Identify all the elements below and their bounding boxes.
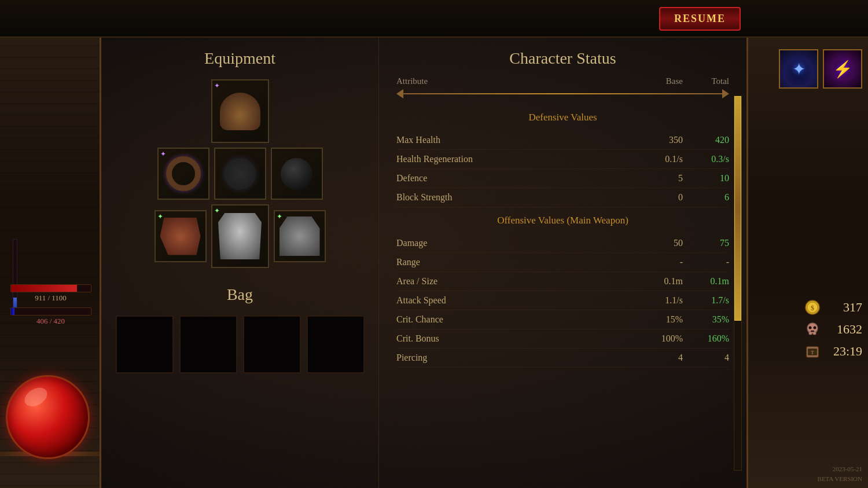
gold-icon: $ [803, 298, 822, 317]
equip-slot-offhand[interactable] [271, 148, 323, 200]
date-text: 2023-05-21 [818, 464, 862, 474]
stat-total-attack-speed: 1.7/s [683, 295, 729, 306]
stat-base-damage: 50 [637, 238, 683, 248]
item-gloves-visual [279, 217, 320, 256]
equipment-panel: Equipment ✦ ✦ [101, 38, 379, 488]
svg-rect-4 [809, 332, 812, 335]
equip-slot-necklace[interactable] [214, 148, 266, 200]
status-title: Character Status [396, 49, 729, 68]
svg-text:T: T [811, 350, 814, 355]
stat-name-block: Block Strength [396, 192, 637, 203]
equip-slot-boots[interactable]: ✦ [155, 210, 207, 262]
bag-slots [113, 315, 367, 373]
scroll-thumb [734, 96, 741, 321]
bars-section: 911 / 1100 406 / 420 [0, 284, 101, 326]
item-hat-visual [220, 93, 260, 130]
equip-slot-head[interactable]: ✦ [211, 79, 269, 143]
timer-row: T 23:19 [752, 342, 862, 361]
equipment-layout: ✦ ✦ [113, 79, 367, 268]
main-content: Equipment ✦ ✦ [101, 0, 746, 488]
item-quality-purple-2: ✦ [160, 151, 167, 157]
stat-total-area: 0.1m [683, 276, 729, 287]
stat-total-range: - [683, 257, 729, 267]
stat-base-piercing: 4 [637, 353, 683, 363]
version-text: 2023-05-21 BETA VERSION [818, 464, 862, 483]
stat-name-health-regen: Health Regeneration [396, 154, 637, 164]
timer-icon: T [803, 342, 822, 361]
skull-icon [803, 320, 822, 339]
stat-base-defence: 5 [637, 173, 683, 184]
stat-base-area: 0.1m [637, 276, 683, 287]
secondary-bar-container: 406 / 420 [10, 307, 91, 326]
bag-section: Bag [113, 285, 367, 373]
stat-base-max-health: 350 [637, 135, 683, 145]
equipment-title: Equipment [113, 49, 367, 68]
item-quality-green: ✦ [157, 213, 164, 220]
stat-row-piercing: Piercing 4 4 [396, 348, 729, 368]
item-ring-visual [166, 156, 201, 191]
stat-name-attack-speed: Attack Speed [396, 295, 637, 306]
defensive-section-header: Defensive Values [396, 107, 729, 128]
bag-slot-1[interactable] [116, 315, 174, 373]
health-bar-text: 911 / 1100 [10, 293, 91, 303]
stat-base-crit-chance: 15% [637, 314, 683, 325]
resume-button[interactable]: RESUME [659, 7, 741, 31]
equip-slot-ring[interactable]: ✦ [157, 148, 209, 200]
stat-base-block: 0 [637, 192, 683, 203]
item-quality-green-3: ✦ [277, 213, 284, 220]
panels-row: Equipment ✦ ✦ [101, 38, 746, 488]
health-bar-bg [10, 284, 91, 292]
column-labels: Attribute Base Total [396, 76, 729, 86]
bag-slot-4[interactable] [307, 315, 365, 373]
timer-value: 23:19 [827, 344, 862, 359]
header-arrow [396, 89, 729, 98]
stat-row-crit-chance: Crit. Chance 15% 35% [396, 310, 729, 329]
stat-base-health-regen: 0.1/s [637, 154, 683, 164]
svg-rect-8 [811, 331, 814, 332]
beta-version-text: BETA VERSION [818, 474, 862, 484]
health-bar-fill [11, 285, 78, 292]
bag-slot-2[interactable] [179, 315, 237, 373]
equip-slot-chest[interactable]: ✦ [211, 204, 269, 268]
item-chest-visual [218, 213, 262, 259]
stat-name-max-health: Max Health [396, 135, 637, 145]
arrow-right-icon [722, 89, 729, 98]
offensive-section-header: Offensive Values (Main Weapon) [396, 210, 729, 231]
arrow-line [403, 93, 722, 94]
stat-total-defence: 10 [683, 173, 729, 184]
skulls-value: 1632 [827, 322, 862, 337]
secondary-bar-text: 406 / 420 [10, 317, 91, 326]
stat-total-max-health: 420 [683, 135, 729, 145]
stat-name-crit-chance: Crit. Chance [396, 314, 637, 325]
bag-slot-3[interactable] [243, 315, 301, 373]
stat-row-max-health: Max Health 350 420 [396, 131, 729, 150]
equip-slot-gloves[interactable]: ✦ [274, 210, 326, 262]
stat-name-defence: Defence [396, 173, 637, 184]
stat-name-piercing: Piercing [396, 353, 637, 363]
stat-row-area: Area / Size 0.1m 0.1m [396, 272, 729, 291]
stat-total-health-regen: 0.3/s [683, 154, 729, 164]
dark-spike-icon [824, 50, 861, 87]
health-bar-container: 911 / 1100 [10, 284, 91, 303]
stat-total-block: 6 [683, 192, 729, 203]
stat-name-range: Range [396, 257, 637, 267]
bag-title: Bag [113, 285, 367, 304]
stat-total-crit-bonus: 160% [683, 333, 729, 344]
arrow-left-icon [396, 89, 403, 98]
right-sidebar: $ 317 1632 [746, 0, 868, 488]
col-total-label: Total [683, 76, 729, 86]
skulls-row: 1632 [752, 320, 862, 339]
item-necklace-visual [224, 158, 256, 190]
skill-icon-magic[interactable] [779, 49, 818, 89]
svg-point-6 [809, 326, 812, 329]
equip-row-1: ✦ [149, 79, 332, 143]
secondary-bar-fill [11, 308, 15, 315]
skill-icon-dark[interactable] [823, 49, 862, 89]
svg-point-7 [814, 326, 816, 329]
left-sidebar: 11 911 / 1100 406 / 420 [0, 0, 101, 488]
magic-spark-icon [780, 50, 817, 87]
stat-base-range: - [637, 257, 683, 267]
secondary-bar-bg [10, 307, 91, 315]
scroll-track[interactable] [734, 96, 742, 471]
col-base-label: Base [637, 76, 683, 86]
